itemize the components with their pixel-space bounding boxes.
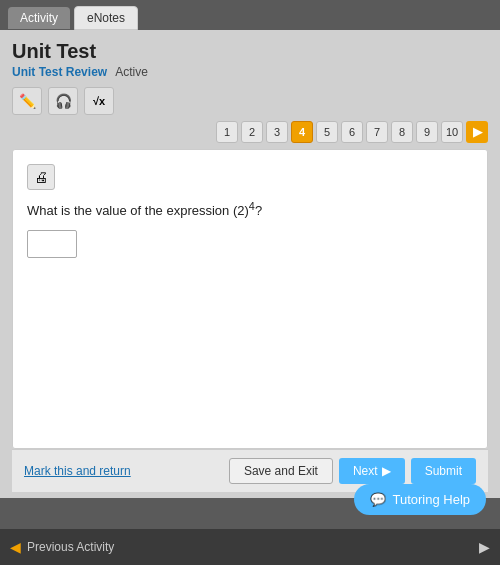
- tab-bar: Activity eNotes: [0, 0, 500, 30]
- page-5[interactable]: 5: [316, 121, 338, 143]
- toolbar: ✏️ 🎧 √x: [12, 87, 488, 115]
- tutoring-help-button[interactable]: 💬 Tutoring Help: [354, 484, 486, 515]
- answer-input[interactable]: [27, 230, 77, 258]
- page-1[interactable]: 1: [216, 121, 238, 143]
- next-button[interactable]: Next ▶: [339, 458, 405, 484]
- page-3[interactable]: 3: [266, 121, 288, 143]
- prev-activity-label: Previous Activity: [27, 540, 114, 554]
- prev-arrow-icon: ◀: [10, 539, 21, 555]
- prev-activity-nav[interactable]: ◀ Previous Activity: [10, 539, 114, 555]
- app-container: Activity eNotes Unit Test Unit Test Revi…: [0, 0, 500, 565]
- bottom-nav: ◀ Previous Activity ▶: [0, 529, 500, 565]
- pagination-row: 1 2 3 4 5 6 7 8 9 10 ▶: [12, 121, 488, 143]
- page-9[interactable]: 9: [416, 121, 438, 143]
- calculator-button[interactable]: √x: [84, 87, 114, 115]
- print-button[interactable]: 🖨: [27, 164, 55, 190]
- action-buttons: Save and Exit Next ▶ Submit: [229, 458, 476, 484]
- next-arrow-icon: ▶: [382, 464, 391, 478]
- calculator-icon: √x: [93, 95, 105, 107]
- save-and-exit-button[interactable]: Save and Exit: [229, 458, 333, 484]
- page-7[interactable]: 7: [366, 121, 388, 143]
- question-main-text: What is the value of the expression (2)4…: [27, 203, 262, 218]
- tab-activity[interactable]: Activity: [8, 7, 70, 29]
- page-4[interactable]: 4: [291, 121, 313, 143]
- pencil-icon: ✏️: [19, 93, 36, 109]
- page-title: Unit Test: [12, 40, 488, 63]
- page-2[interactable]: 2: [241, 121, 263, 143]
- tab-enotes[interactable]: eNotes: [74, 6, 138, 30]
- mark-and-return-link[interactable]: Mark this and return: [24, 464, 131, 478]
- pagination-next-button[interactable]: ▶: [466, 121, 488, 143]
- next-label: Next: [353, 464, 378, 478]
- page-6[interactable]: 6: [341, 121, 363, 143]
- main-area: Unit Test Unit Test Review Active ✏️ 🎧 √…: [0, 30, 500, 498]
- page-8[interactable]: 8: [391, 121, 413, 143]
- headphones-button[interactable]: 🎧: [48, 87, 78, 115]
- tutoring-label: Tutoring Help: [392, 492, 470, 507]
- page-10[interactable]: 10: [441, 121, 463, 143]
- tutoring-icon: 💬: [370, 492, 386, 507]
- headphones-icon: 🎧: [55, 93, 72, 109]
- print-icon: 🖨: [34, 169, 48, 185]
- question-card: 🖨 What is the value of the expression (2…: [12, 149, 488, 449]
- status-badge: Active: [115, 65, 148, 79]
- unit-test-review-link[interactable]: Unit Test Review: [12, 65, 107, 79]
- subtitle-row: Unit Test Review Active: [12, 65, 488, 79]
- submit-button[interactable]: Submit: [411, 458, 476, 484]
- question-text: What is the value of the expression (2)4…: [27, 200, 473, 218]
- pencil-button[interactable]: ✏️: [12, 87, 42, 115]
- next-arrow-icon[interactable]: ▶: [479, 539, 490, 555]
